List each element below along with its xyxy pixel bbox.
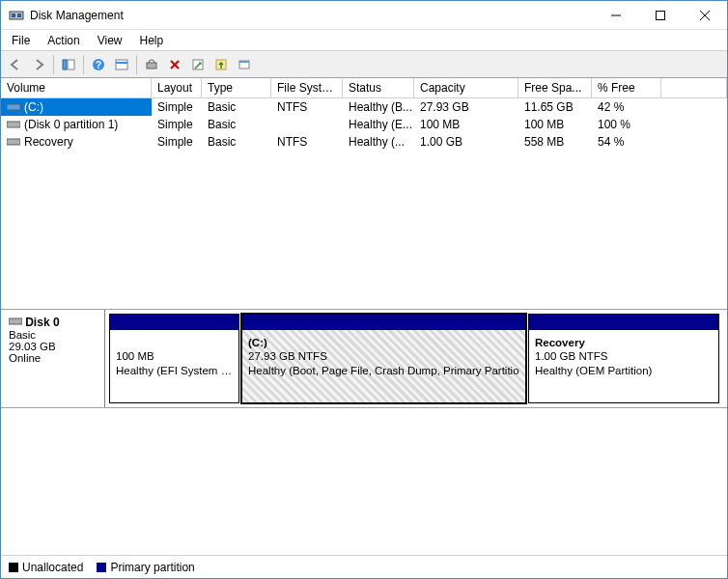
svg-rect-11 <box>116 60 127 69</box>
close-button[interactable] <box>683 1 727 29</box>
separator <box>83 55 84 74</box>
cell-free: 558 MB <box>518 133 592 151</box>
legend: Unallocated Primary partition <box>1 555 727 578</box>
settings-button[interactable] <box>111 54 132 75</box>
titlebar[interactable]: Disk Management <box>1 1 727 30</box>
partition-header <box>529 315 718 330</box>
partition[interactable]: (C:)27.93 GB NTFSHealthy (Boot, Page Fil… <box>241 314 526 403</box>
volume-row[interactable]: (C:)SimpleBasicNTFSHealthy (B...27.93 GB… <box>1 98 727 116</box>
cell-layout: Simple <box>152 98 202 116</box>
cell-fs <box>271 116 343 133</box>
cell-pct: 42 % <box>592 98 661 116</box>
svg-text:?: ? <box>96 60 101 70</box>
svg-rect-20 <box>7 104 20 110</box>
svg-rect-2 <box>17 14 21 17</box>
delete-button[interactable] <box>164 54 185 75</box>
swatch-unallocated <box>9 563 18 572</box>
partition-header <box>110 315 238 330</box>
app-icon <box>9 8 24 23</box>
cell-capacity: 100 MB <box>414 116 518 133</box>
properties-button[interactable] <box>187 54 209 75</box>
cell-capacity: 27.93 GB <box>414 98 518 116</box>
forward-button[interactable] <box>28 54 49 75</box>
cell-pct: 54 % <box>592 133 661 151</box>
show-hide-console-button[interactable] <box>58 54 79 75</box>
separator <box>53 55 54 74</box>
cell-free: 11.65 GB <box>518 98 592 116</box>
svg-rect-23 <box>9 318 22 324</box>
col-pctfree[interactable]: % Free <box>592 78 661 97</box>
back-button[interactable] <box>5 54 26 75</box>
partition[interactable]: Recovery1.00 GB NTFSHealthy (OEM Partiti… <box>528 314 719 403</box>
partition-row: 100 MBHealthy (EFI System Pa(C:)27.93 GB… <box>105 310 727 407</box>
empty-area <box>1 408 727 555</box>
svg-rect-13 <box>147 63 156 69</box>
swatch-primary <box>97 563 106 572</box>
disk-type: Basic <box>9 329 36 341</box>
cell-layout: Simple <box>152 133 202 151</box>
menubar: File Action View Help <box>1 30 727 51</box>
volume-row[interactable]: RecoverySimpleBasicNTFSHealthy (...1.00 … <box>1 133 727 151</box>
disk-name: Disk 0 <box>25 316 59 329</box>
col-capacity[interactable]: Capacity <box>414 78 518 97</box>
cell-status: Healthy (E... <box>343 116 414 133</box>
disk-icon <box>9 317 22 326</box>
col-status[interactable]: Status <box>343 78 414 97</box>
svg-rect-7 <box>63 60 67 69</box>
window-title: Disk Management <box>30 9 594 22</box>
cell-layout: Simple <box>152 116 202 133</box>
svg-rect-4 <box>657 11 665 19</box>
cell-type: Basic <box>202 116 271 133</box>
col-type[interactable]: Type <box>202 78 271 97</box>
col-tail[interactable] <box>661 78 727 97</box>
svg-rect-22 <box>7 139 20 145</box>
cell-pct: 100 % <box>592 116 661 133</box>
menu-file[interactable]: File <box>3 32 39 49</box>
menu-action[interactable]: Action <box>39 32 88 49</box>
svg-rect-8 <box>68 60 74 69</box>
disk-status: Online <box>9 352 41 364</box>
refresh-button[interactable] <box>141 54 162 75</box>
maximize-button[interactable] <box>638 1 683 29</box>
disk-info[interactable]: Disk 0 Basic 29.03 GB Online <box>1 310 105 407</box>
cell-free: 100 MB <box>518 116 592 133</box>
svg-rect-1 <box>12 14 15 17</box>
partition-header <box>242 315 525 330</box>
volume-list[interactable]: Volume Layout Type File System Status Ca… <box>1 78 727 310</box>
cell-status: Healthy (B... <box>343 98 414 116</box>
disk-management-window: Disk Management File Action View Help ? … <box>0 0 728 579</box>
minimize-button[interactable] <box>594 1 638 29</box>
partition-body: Recovery1.00 GB NTFSHealthy (OEM Partiti… <box>529 330 718 402</box>
partition-body: 100 MBHealthy (EFI System Pa <box>110 330 238 402</box>
action-button-2[interactable] <box>234 54 255 75</box>
volume-row[interactable]: (Disk 0 partition 1)SimpleBasicHealthy (… <box>1 116 727 133</box>
volume-name: (Disk 0 partition 1) <box>24 118 118 131</box>
volume-name: (C:) <box>24 100 43 114</box>
disk-map: Disk 0 Basic 29.03 GB Online 100 MBHealt… <box>1 310 727 408</box>
menu-view[interactable]: View <box>89 32 131 49</box>
cell-type: Basic <box>202 133 271 151</box>
col-filesystem[interactable]: File System <box>271 78 343 97</box>
cell-fs: NTFS <box>271 133 343 151</box>
col-volume[interactable]: Volume <box>1 78 152 97</box>
menu-help[interactable]: Help <box>131 32 173 49</box>
partition[interactable]: 100 MBHealthy (EFI System Pa <box>109 314 239 403</box>
help-button[interactable]: ? <box>88 54 109 75</box>
toolbar: ? <box>1 51 727 78</box>
cell-capacity: 1.00 GB <box>414 133 518 151</box>
svg-rect-19 <box>239 61 249 63</box>
disk-size: 29.03 GB <box>9 341 56 352</box>
partition-body: (C:)27.93 GB NTFSHealthy (Boot, Page Fil… <box>242 330 525 402</box>
separator <box>136 55 137 74</box>
svg-rect-21 <box>7 122 20 127</box>
volume-name: Recovery <box>24 135 73 149</box>
cell-type: Basic <box>202 98 271 116</box>
volume-icon <box>7 137 20 147</box>
legend-unallocated: Unallocated <box>9 561 83 574</box>
cell-status: Healthy (... <box>343 133 414 151</box>
action-button-1[interactable] <box>210 54 232 75</box>
col-layout[interactable]: Layout <box>152 78 202 97</box>
volume-icon <box>7 120 20 129</box>
col-freespace[interactable]: Free Spa... <box>518 78 592 97</box>
cell-fs: NTFS <box>271 98 343 116</box>
